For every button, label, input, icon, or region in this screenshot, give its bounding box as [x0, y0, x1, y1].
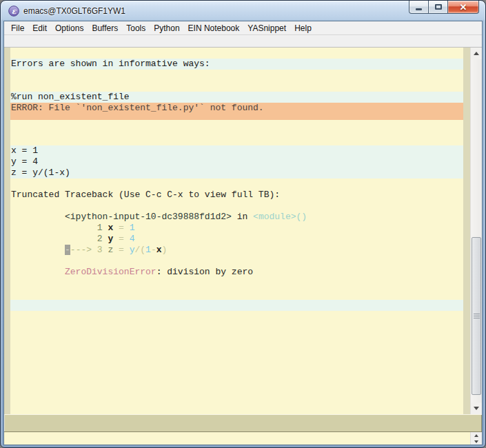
- traceback-error-line: ----> 3 z = y/(1-x): [10, 234, 463, 245]
- cell10-input-line-1[interactable]: x = 1: [10, 145, 463, 156]
- frame-client-area: File Edit Options Buffers Tools Python E…: [3, 21, 483, 445]
- menu-tools[interactable]: Tools: [122, 22, 150, 34]
- emacs-window: ε emacs@TX0GLT6GF1YW1 ✕ File Edit Option…: [0, 0, 486, 448]
- scrollbar-track[interactable]: [471, 59, 482, 403]
- cell10-input-text-3: z = y/(1-x): [11, 167, 70, 178]
- minibuffer-scroll-down-button[interactable]: [471, 438, 482, 445]
- maximize-icon: [435, 4, 442, 10]
- traceback-frame-row: <ipython-input-10-dc39888fd1d2> in <modu…: [10, 201, 463, 212]
- mode-line[interactable]: 1\**- *ein: 8889/Demo.ipynb* Bot L34 (ei…: [4, 414, 482, 432]
- scroll-up-button[interactable]: [471, 48, 482, 59]
- empty-cell-prompt-row: In [ ]:: [10, 289, 463, 300]
- menu-yasnippet[interactable]: YASnippet: [243, 22, 290, 34]
- menu-help[interactable]: Help: [290, 22, 316, 34]
- menu-buffers[interactable]: Buffers: [88, 22, 122, 34]
- arrow-up-icon: [474, 52, 479, 55]
- spacer: [10, 267, 463, 289]
- scrollbar-grip-icon: [474, 314, 480, 319]
- arrow-up-icon: [474, 434, 478, 437]
- traceback-code-line-2: 2 y = 4: [10, 223, 463, 234]
- traceback-code-line-1: 1 x = 1: [10, 212, 463, 223]
- cell9-error-text: ERROR: File `'non_existent_file.py'` not…: [11, 103, 264, 113]
- menu-ein-notebook[interactable]: EIN Notebook: [184, 22, 244, 34]
- exception-row: ZeroDivisionError: division by zero: [10, 256, 463, 267]
- cell9-input[interactable]: %run non_existent_file: [10, 92, 463, 103]
- markdown-cell-type-row: markdown:: [10, 48, 463, 59]
- cell9-error-output: ERROR: File `'non_existent_file.py'` not…: [10, 103, 463, 120]
- cell9-prompt-row: In [9]:: [10, 81, 463, 92]
- markdown-cell-source[interactable]: Errors are shown in informative ways:: [10, 59, 463, 70]
- right-fringe: [463, 48, 470, 414]
- arrow-down-icon: [474, 440, 478, 443]
- spacer: [10, 179, 463, 190]
- notebook-buffer: markdown: Errors are shown in informativ…: [4, 48, 482, 414]
- cell10-prompt-row: In [10]:: [10, 134, 463, 145]
- vertical-scrollbar[interactable]: [470, 48, 482, 414]
- left-fringe: [4, 48, 10, 414]
- minimize-button[interactable]: [409, 1, 429, 14]
- scroll-down-button[interactable]: [471, 403, 482, 414]
- menu-options[interactable]: Options: [51, 22, 88, 34]
- cell10-input-line-3[interactable]: z = y/(1-x): [10, 167, 463, 179]
- scrollbar-thumb[interactable]: [472, 237, 481, 395]
- titlebar[interactable]: ε emacs@TX0GLT6GF1YW1 ✕: [3, 1, 483, 21]
- menu-edit[interactable]: Edit: [28, 22, 51, 34]
- spacer: [10, 70, 463, 81]
- markdown-source-text: Errors are shown in informative ways:: [11, 59, 210, 69]
- menu-python[interactable]: Python: [150, 22, 183, 34]
- empty-cell-input[interactable]: [10, 300, 463, 311]
- arrow-down-icon: [474, 407, 479, 410]
- traceback-title-text: Truncated Traceback (Use C-c C-x to view…: [11, 190, 280, 200]
- buffer-empty-space[interactable]: [10, 311, 463, 414]
- cell10-input-text-1: x = 1: [11, 145, 38, 156]
- minibuffer-scrollbar[interactable]: [470, 432, 482, 445]
- minibuffer: [4, 432, 470, 445]
- spacer: [10, 245, 463, 256]
- menu-bar: File Edit Options Buffers Tools Python E…: [4, 21, 482, 35]
- cell10-input-text-2: y = 4: [11, 156, 38, 167]
- close-icon: ✕: [460, 1, 467, 13]
- emacs-icon: ε: [8, 6, 19, 17]
- cell10-input-line-2[interactable]: y = 4: [10, 156, 463, 167]
- minibuffer-scroll-up-button[interactable]: [471, 432, 482, 438]
- close-button[interactable]: ✕: [447, 1, 479, 14]
- window-title: emacs@TX0GLT6GF1YW1: [23, 6, 125, 16]
- cell9-input-text: %run non_existent_file: [11, 92, 130, 102]
- spacer: [10, 120, 463, 134]
- traceback-title: Truncated Traceback (Use C-c C-x to view…: [10, 190, 463, 201]
- buffer-text-area[interactable]: markdown: Errors are shown in informativ…: [10, 48, 463, 414]
- maximize-button[interactable]: [429, 1, 447, 14]
- header-line: IP[10]: /1\ [+]: [4, 35, 482, 48]
- echo-area: [4, 432, 482, 445]
- window-controls: ✕: [409, 1, 479, 14]
- minimize-icon: [416, 8, 422, 10]
- menu-file[interactable]: File: [7, 22, 28, 34]
